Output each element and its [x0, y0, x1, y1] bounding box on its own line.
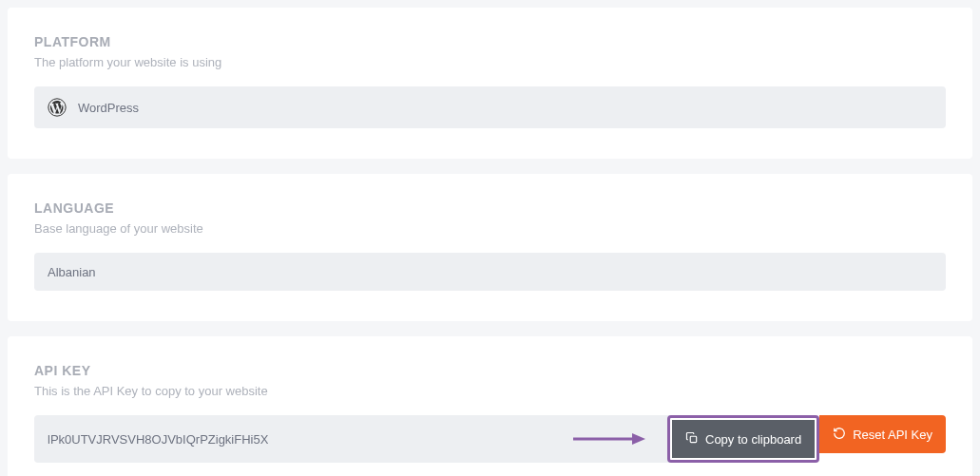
- annotation-arrow: [268, 431, 657, 447]
- platform-value: WordPress: [78, 101, 139, 115]
- language-title: LANGUAGE: [34, 200, 946, 216]
- svg-rect-3: [690, 436, 696, 442]
- reset-button-label: Reset API Key: [853, 428, 932, 442]
- copy-button-label: Copy to clipboard: [705, 432, 801, 447]
- language-field: Albanian: [34, 253, 946, 291]
- apikey-subtitle: This is the API Key to copy to your webs…: [34, 384, 946, 398]
- language-value: Albanian: [48, 265, 96, 279]
- reset-icon: [833, 427, 846, 443]
- platform-title: PLATFORM: [34, 34, 946, 49]
- language-subtitle: Base language of your website: [34, 221, 946, 236]
- apikey-field: lPk0UTVJRVSVH8OJVbIQrPZigkiFHi5X: [34, 415, 670, 463]
- copy-to-clipboard-button[interactable]: Copy to clipboard: [672, 420, 815, 458]
- apikey-row: lPk0UTVJRVSVH8OJVbIQrPZigkiFHi5X Copy to…: [34, 415, 946, 463]
- svg-marker-2: [632, 433, 645, 445]
- apikey-value: lPk0UTVJRVSVH8OJVbIQrPZigkiFHi5X: [48, 432, 268, 447]
- reset-api-key-button[interactable]: Reset API Key: [819, 415, 946, 453]
- copy-icon: [685, 431, 699, 447]
- language-card: LANGUAGE Base language of your website A…: [8, 174, 972, 321]
- apikey-title: API KEY: [34, 363, 946, 378]
- copy-button-highlight: Copy to clipboard: [667, 415, 819, 463]
- wordpress-icon: [48, 98, 67, 117]
- platform-subtitle: The platform your website is using: [34, 55, 946, 69]
- apikey-card: API KEY This is the API Key to copy to y…: [8, 336, 972, 476]
- platform-field: WordPress: [34, 86, 946, 128]
- platform-card: PLATFORM The platform your website is us…: [8, 8, 972, 159]
